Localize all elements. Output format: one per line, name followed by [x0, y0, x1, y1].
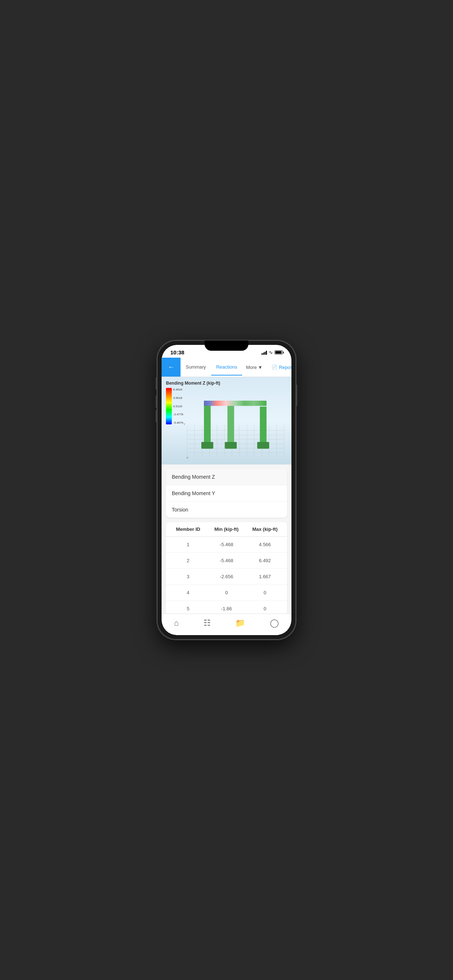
tab-more[interactable]: More ▼	[242, 360, 266, 375]
table-row: 1 -5.468 4.566	[166, 537, 287, 553]
dropdown-item-bending-y[interactable]: Bending Moment Y	[166, 485, 287, 502]
dropdown-item-torsion[interactable]: Torsion	[166, 502, 287, 518]
cell-max-3: 1.667	[246, 574, 284, 579]
chevron-down-icon: ▼	[258, 364, 263, 370]
phone-screen: 10:38 ∿ ←	[161, 345, 292, 635]
back-arrow-icon: ←	[168, 363, 174, 371]
legend-value-3: 0.5120	[173, 405, 183, 408]
report-label: Report	[279, 364, 292, 370]
svg-rect-23	[228, 403, 234, 444]
report-icon: 📄	[271, 364, 277, 370]
notch	[205, 340, 248, 351]
bottom-navigation: ⌂ ☷ 📁 ◯	[161, 614, 292, 635]
nav-user[interactable]: ◯	[263, 617, 286, 629]
cell-max-1: 4.566	[246, 542, 284, 547]
col-max: Max (kip-ft)	[246, 527, 284, 532]
cell-max-5: 0	[246, 606, 284, 611]
nav-home[interactable]: ⌂	[167, 617, 186, 629]
cell-min-4: 0	[207, 590, 246, 595]
table-row: 4 0 0	[166, 585, 287, 601]
svg-rect-25	[260, 407, 266, 444]
col-member-id: Member ID	[169, 527, 207, 532]
svg-rect-26	[257, 442, 269, 449]
nav-tabs: ← Summary Reactions More ▼ 📄 Report	[161, 358, 292, 377]
svg-text:X: X	[187, 457, 188, 459]
legend-labels: 6.4916 3.5018 0.5120 -2.4778 -5.4679	[173, 388, 183, 425]
home-icon: ⌂	[174, 618, 179, 628]
cell-min-2: -5.468	[207, 558, 246, 563]
user-icon: ◯	[270, 618, 279, 628]
cell-id-4: 4	[169, 590, 207, 595]
structure-3d-svg: X Y	[183, 384, 288, 459]
signal-icon	[262, 350, 267, 355]
svg-rect-27	[204, 401, 266, 406]
table-row: 3 -2.656 1.667	[166, 569, 287, 585]
battery-icon	[274, 350, 283, 355]
report-button[interactable]: 📄 Report	[266, 362, 292, 373]
status-time: 10:38	[170, 349, 184, 355]
cell-id-2: 2	[169, 558, 207, 563]
svg-rect-22	[201, 442, 214, 449]
legend-value-4: -2.4778	[173, 413, 183, 416]
legend-value-1: 6.4916	[173, 388, 183, 391]
table-header: Member ID Min (kip-ft) Max (kip-ft)	[166, 522, 287, 537]
calculator-icon: ☷	[204, 618, 211, 628]
content-area: Bending Moment Z Bending Moment Y Torsio…	[161, 465, 292, 614]
legend-value-5: -5.4679	[173, 421, 183, 425]
cell-min-5: -1.86	[207, 606, 246, 611]
table-row: 2 -5.468 6.492	[166, 553, 287, 569]
cell-max-4: 0	[246, 590, 284, 595]
cell-min-3: -2.656	[207, 574, 246, 579]
dropdown-card: Bending Moment Z Bending Moment Y Torsio…	[166, 469, 287, 518]
folder-icon: 📁	[235, 618, 245, 628]
col-min: Min (kip-ft)	[207, 527, 246, 532]
legend-value-2: 3.5018	[173, 396, 183, 399]
legend-gradient	[166, 388, 172, 425]
svg-rect-20	[204, 403, 211, 444]
nav-folder[interactable]: 📁	[228, 617, 252, 629]
cell-max-2: 6.492	[246, 558, 284, 563]
color-legend: 6.4916 3.5018 0.5120 -2.4778 -5.4679	[166, 388, 172, 425]
dropdown-item-bending-z[interactable]: Bending Moment Z	[166, 469, 287, 485]
cell-id-5: 5	[169, 606, 207, 611]
tab-summary[interactable]: Summary	[180, 359, 211, 375]
back-button[interactable]: ←	[161, 358, 180, 377]
viz-title: Bending Moment Z (kip-ft)	[166, 380, 220, 386]
phone-device: 10:38 ∿ ←	[157, 340, 296, 640]
visualization-area: Bending Moment Z (kip-ft) 6.4916 3.5018 …	[161, 377, 292, 465]
data-table: Member ID Min (kip-ft) Max (kip-ft) 1 -5…	[166, 522, 287, 614]
cell-min-1: -5.468	[207, 542, 246, 547]
wifi-icon: ∿	[269, 350, 273, 355]
table-row: 5 -1.86 0	[166, 601, 287, 614]
cell-id-3: 3	[169, 574, 207, 579]
tab-more-label: More	[246, 364, 257, 370]
cell-id-1: 1	[169, 542, 207, 547]
nav-calculator[interactable]: ☷	[196, 617, 218, 629]
app-screen: 10:38 ∿ ←	[161, 345, 292, 635]
svg-rect-24	[225, 442, 237, 449]
svg-text:Y: Y	[183, 423, 185, 426]
tab-reactions[interactable]: Reactions	[211, 359, 242, 375]
status-icons: ∿	[262, 350, 283, 355]
